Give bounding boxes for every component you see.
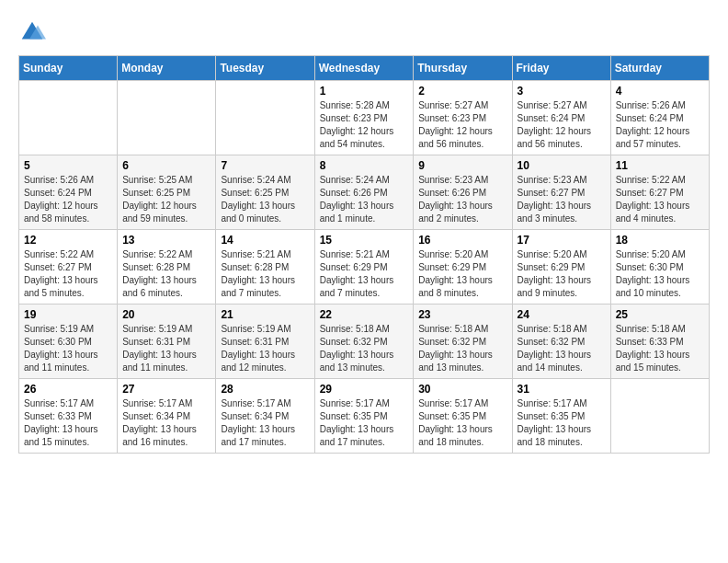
calendar-cell: 1Sunrise: 5:28 AM Sunset: 6:23 PM Daylig… — [314, 81, 414, 155]
calendar-cell: 11Sunrise: 5:22 AM Sunset: 6:27 PM Dayli… — [610, 155, 709, 230]
logo — [18, 18, 50, 46]
calendar-cell: 25Sunrise: 5:18 AM Sunset: 6:33 PM Dayli… — [610, 304, 709, 379]
day-number: 26 — [24, 383, 112, 396]
calendar-cell — [19, 81, 118, 155]
calendar-cell: 6Sunrise: 5:25 AM Sunset: 6:25 PM Daylig… — [118, 155, 216, 230]
calendar-week-row: 19Sunrise: 5:19 AM Sunset: 6:30 PM Dayli… — [19, 304, 710, 379]
day-info: Sunrise: 5:20 AM Sunset: 6:29 PM Dayligh… — [518, 248, 606, 300]
calendar-table: SundayMondayTuesdayWednesdayThursdayFrid… — [18, 55, 710, 454]
weekday-header: Friday — [512, 56, 610, 81]
day-info: Sunrise: 5:19 AM Sunset: 6:30 PM Dayligh… — [24, 323, 112, 374]
day-number: 31 — [518, 383, 606, 396]
day-info: Sunrise: 5:26 AM Sunset: 6:24 PM Dayligh… — [616, 99, 704, 151]
day-number: 12 — [24, 234, 112, 247]
day-number: 4 — [616, 85, 704, 98]
day-info: Sunrise: 5:18 AM Sunset: 6:33 PM Dayligh… — [616, 323, 704, 374]
day-number: 23 — [418, 308, 506, 321]
day-number: 10 — [518, 159, 606, 172]
calendar-cell: 28Sunrise: 5:17 AM Sunset: 6:34 PM Dayli… — [216, 379, 314, 454]
day-number: 5 — [24, 159, 112, 172]
day-info: Sunrise: 5:17 AM Sunset: 6:35 PM Dayligh… — [518, 397, 606, 449]
day-info: Sunrise: 5:18 AM Sunset: 6:32 PM Dayligh… — [418, 323, 506, 374]
weekday-header: Saturday — [610, 56, 709, 81]
day-number: 7 — [221, 159, 309, 172]
day-info: Sunrise: 5:20 AM Sunset: 6:29 PM Dayligh… — [418, 248, 506, 300]
weekday-header: Monday — [118, 56, 216, 81]
weekday-header: Wednesday — [314, 56, 414, 81]
day-number: 18 — [616, 234, 704, 247]
day-info: Sunrise: 5:20 AM Sunset: 6:30 PM Dayligh… — [616, 248, 704, 300]
calendar-cell: 14Sunrise: 5:21 AM Sunset: 6:28 PM Dayli… — [216, 230, 314, 304]
calendar-cell: 30Sunrise: 5:17 AM Sunset: 6:35 PM Dayli… — [414, 379, 512, 454]
calendar-cell: 27Sunrise: 5:17 AM Sunset: 6:34 PM Dayli… — [118, 379, 216, 454]
day-info: Sunrise: 5:24 AM Sunset: 6:25 PM Dayligh… — [221, 174, 309, 225]
day-number: 17 — [518, 234, 606, 247]
day-number: 24 — [518, 308, 606, 321]
calendar-cell: 17Sunrise: 5:20 AM Sunset: 6:29 PM Dayli… — [512, 230, 610, 304]
calendar-cell: 15Sunrise: 5:21 AM Sunset: 6:29 PM Dayli… — [314, 230, 414, 304]
day-info: Sunrise: 5:24 AM Sunset: 6:26 PM Dayligh… — [320, 174, 409, 225]
calendar-cell: 26Sunrise: 5:17 AM Sunset: 6:33 PM Dayli… — [19, 379, 118, 454]
day-number: 3 — [518, 85, 606, 98]
day-number: 1 — [320, 85, 409, 98]
day-info: Sunrise: 5:17 AM Sunset: 6:35 PM Dayligh… — [320, 397, 409, 449]
day-info: Sunrise: 5:17 AM Sunset: 6:34 PM Dayligh… — [122, 397, 210, 449]
calendar-cell: 10Sunrise: 5:23 AM Sunset: 6:27 PM Dayli… — [512, 155, 610, 230]
day-number: 11 — [616, 159, 704, 172]
calendar-cell: 2Sunrise: 5:27 AM Sunset: 6:23 PM Daylig… — [414, 81, 512, 155]
day-info: Sunrise: 5:17 AM Sunset: 6:33 PM Dayligh… — [24, 397, 112, 449]
calendar-cell: 24Sunrise: 5:18 AM Sunset: 6:32 PM Dayli… — [512, 304, 610, 379]
day-info: Sunrise: 5:19 AM Sunset: 6:31 PM Dayligh… — [122, 323, 210, 374]
calendar-cell: 19Sunrise: 5:19 AM Sunset: 6:30 PM Dayli… — [19, 304, 118, 379]
day-info: Sunrise: 5:21 AM Sunset: 6:28 PM Dayligh… — [221, 248, 309, 300]
day-info: Sunrise: 5:23 AM Sunset: 6:26 PM Dayligh… — [418, 174, 506, 225]
day-number: 14 — [221, 234, 309, 247]
day-number: 25 — [616, 308, 704, 321]
day-number: 9 — [418, 159, 506, 172]
day-number: 6 — [122, 159, 210, 172]
day-info: Sunrise: 5:18 AM Sunset: 6:32 PM Dayligh… — [320, 323, 409, 374]
calendar-week-row: 26Sunrise: 5:17 AM Sunset: 6:33 PM Dayli… — [19, 379, 710, 454]
day-info: Sunrise: 5:22 AM Sunset: 6:27 PM Dayligh… — [616, 174, 704, 225]
day-info: Sunrise: 5:23 AM Sunset: 6:27 PM Dayligh… — [518, 174, 606, 225]
calendar-cell: 13Sunrise: 5:22 AM Sunset: 6:28 PM Dayli… — [118, 230, 216, 304]
day-number: 27 — [122, 383, 210, 396]
calendar-cell — [118, 81, 216, 155]
day-number: 16 — [418, 234, 506, 247]
calendar-cell: 29Sunrise: 5:17 AM Sunset: 6:35 PM Dayli… — [314, 379, 414, 454]
calendar-cell — [216, 81, 314, 155]
calendar-cell: 5Sunrise: 5:26 AM Sunset: 6:24 PM Daylig… — [19, 155, 118, 230]
calendar-cell: 23Sunrise: 5:18 AM Sunset: 6:32 PM Dayli… — [414, 304, 512, 379]
day-number: 19 — [24, 308, 112, 321]
calendar-cell — [610, 379, 709, 454]
calendar-cell: 21Sunrise: 5:19 AM Sunset: 6:31 PM Dayli… — [216, 304, 314, 379]
day-number: 21 — [221, 308, 309, 321]
calendar-cell: 12Sunrise: 5:22 AM Sunset: 6:27 PM Dayli… — [19, 230, 118, 304]
day-info: Sunrise: 5:17 AM Sunset: 6:35 PM Dayligh… — [418, 397, 506, 449]
day-info: Sunrise: 5:22 AM Sunset: 6:28 PM Dayligh… — [122, 248, 210, 300]
day-info: Sunrise: 5:25 AM Sunset: 6:25 PM Dayligh… — [122, 174, 210, 225]
day-number: 2 — [418, 85, 506, 98]
day-number: 20 — [122, 308, 210, 321]
calendar-cell: 4Sunrise: 5:26 AM Sunset: 6:24 PM Daylig… — [610, 81, 709, 155]
day-info: Sunrise: 5:22 AM Sunset: 6:27 PM Dayligh… — [24, 248, 112, 300]
logo-icon — [18, 18, 46, 46]
day-number: 8 — [320, 159, 409, 172]
weekday-header: Sunday — [19, 56, 118, 81]
day-info: Sunrise: 5:21 AM Sunset: 6:29 PM Dayligh… — [320, 248, 409, 300]
day-info: Sunrise: 5:28 AM Sunset: 6:23 PM Dayligh… — [320, 99, 409, 151]
day-number: 13 — [122, 234, 210, 247]
day-number: 22 — [320, 308, 409, 321]
calendar-cell: 20Sunrise: 5:19 AM Sunset: 6:31 PM Dayli… — [118, 304, 216, 379]
weekday-header: Thursday — [414, 56, 512, 81]
day-info: Sunrise: 5:26 AM Sunset: 6:24 PM Dayligh… — [24, 174, 112, 225]
day-number: 30 — [418, 383, 506, 396]
calendar-cell: 31Sunrise: 5:17 AM Sunset: 6:35 PM Dayli… — [512, 379, 610, 454]
day-number: 28 — [221, 383, 309, 396]
calendar-cell: 7Sunrise: 5:24 AM Sunset: 6:25 PM Daylig… — [216, 155, 314, 230]
day-info: Sunrise: 5:18 AM Sunset: 6:32 PM Dayligh… — [518, 323, 606, 374]
calendar-cell: 8Sunrise: 5:24 AM Sunset: 6:26 PM Daylig… — [314, 155, 414, 230]
weekday-header-row: SundayMondayTuesdayWednesdayThursdayFrid… — [19, 56, 710, 81]
calendar-cell: 3Sunrise: 5:27 AM Sunset: 6:24 PM Daylig… — [512, 81, 610, 155]
day-number: 29 — [320, 383, 409, 396]
